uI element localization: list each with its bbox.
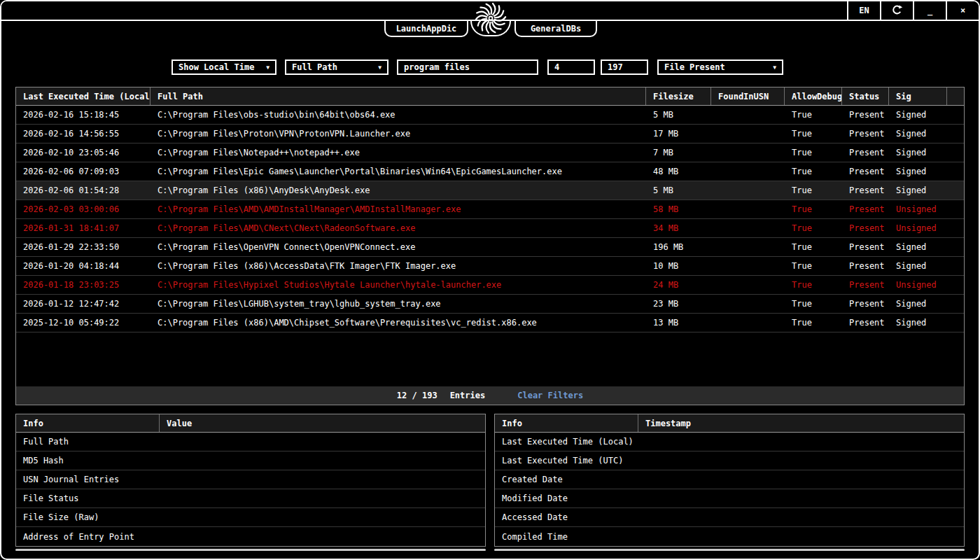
info-label: Created Date [495, 470, 638, 489]
col-filesize[interactable]: Filesize [646, 88, 711, 105]
range-to-input[interactable] [601, 59, 648, 75]
search-column-dropdown[interactable]: Full Path ▼ [285, 59, 388, 75]
refresh-icon [892, 4, 903, 18]
cell: Signed [889, 314, 947, 332]
table-row[interactable]: 2025-12-10 05:49:22C:\Program Files (x86… [16, 314, 964, 332]
horizontal-scrollbar[interactable] [15, 549, 486, 551]
cell: Unsigned [889, 276, 947, 294]
table-row[interactable]: 2026-02-06 01:54:28C:\Program Files (x86… [16, 181, 964, 200]
file-status-dropdown[interactable]: File Present ▼ [657, 59, 783, 75]
language-button[interactable]: EN [847, 1, 880, 20]
file-status-value: File Present [664, 62, 725, 72]
cell: True [785, 238, 842, 256]
search-input[interactable] [397, 59, 538, 75]
table-row[interactable]: 2026-01-31 18:41:07C:\Program Files\AMD\… [16, 219, 964, 238]
status-bar: 12 / 193 Entries Clear Filters [16, 386, 964, 405]
col-full-path[interactable]: Full Path [150, 88, 646, 105]
list-item[interactable]: File Size (Raw) [16, 508, 485, 527]
list-item[interactable]: File Status [16, 489, 485, 508]
chevron-down-icon: ▼ [260, 64, 270, 71]
cell: True [785, 219, 842, 237]
cell: True [785, 181, 842, 200]
list-item[interactable]: Last Executed Time (UTC) [495, 451, 964, 470]
tab-generaldbs[interactable]: GeneralDBs [514, 21, 597, 37]
list-item[interactable]: Last Executed Time (Local) [495, 433, 964, 451]
col-last-executed[interactable]: Last Executed Time (Local) [16, 88, 150, 105]
col-foundinusn[interactable]: FoundInUSN [711, 88, 785, 105]
cell: 48 MB [646, 162, 711, 181]
cell: True [785, 257, 842, 275]
info-label: File Status [16, 489, 160, 507]
table-row[interactable]: 2026-01-20 04:18:44C:\Program Files (x86… [16, 257, 964, 276]
cell: 2026-01-31 18:41:07 [16, 219, 150, 237]
col-allowdebug[interactable]: AllowDebug [785, 88, 842, 105]
info-label: Full Path [16, 433, 160, 451]
cell [947, 106, 964, 124]
cell [711, 144, 785, 162]
minimize-button[interactable]: _ [913, 1, 946, 20]
cell [711, 276, 785, 294]
cell: True [785, 162, 842, 181]
info-label: Modified Date [495, 489, 638, 507]
list-item[interactable]: MD5 Hash [16, 451, 485, 470]
table-row[interactable]: 2026-01-29 22:33:50C:\Program Files\Open… [16, 238, 964, 257]
cell: C:\Program Files (x86)\AccessData\FTK Im… [150, 257, 646, 275]
list-item[interactable]: Accessed Date [495, 508, 964, 527]
table-row[interactable]: 2026-02-03 03:00:06C:\Program Files\AMD\… [16, 200, 964, 219]
timestamps-header: Info Timestamp [495, 414, 964, 433]
table-row[interactable]: 2026-02-10 23:05:46C:\Program Files\Note… [16, 144, 964, 162]
info-label: USN Journal Entries [16, 470, 160, 489]
cell: 2026-02-03 03:00:06 [16, 200, 150, 218]
info-label: Last Executed Time (Local) [495, 433, 638, 451]
tab-launchappdic[interactable]: LaunchAppDic [384, 21, 468, 37]
cell: 2026-02-06 07:09:03 [16, 162, 150, 181]
cell [947, 219, 964, 237]
cell: Unsigned [889, 200, 947, 218]
table-row[interactable]: 2026-02-16 14:56:55C:\Program Files\Prot… [16, 125, 964, 144]
cell: C:\Program Files\Epic Games\Launcher\Por… [150, 162, 646, 181]
list-item[interactable]: Full Path [16, 433, 485, 451]
cell: C:\Program Files\obs-studio\bin\64bit\ob… [150, 106, 646, 124]
table-row[interactable]: 2026-01-12 12:47:42C:\Program Files\LGHU… [16, 295, 964, 314]
info-label: Last Executed Time (UTC) [495, 451, 638, 470]
cell: 2026-01-18 23:03:25 [16, 276, 150, 294]
cell [947, 276, 964, 294]
cell [947, 125, 964, 143]
list-item[interactable]: Created Date [495, 470, 964, 489]
list-item[interactable]: USN Journal Entries [16, 470, 485, 489]
cell: 7 MB [646, 144, 711, 162]
cell: 2025-12-10 05:49:22 [16, 314, 150, 332]
list-item[interactable]: Address of Entry Point [16, 527, 485, 546]
cell [947, 295, 964, 313]
cell [711, 106, 785, 124]
cell: 17 MB [646, 125, 711, 143]
list-item[interactable]: Compiled Time [495, 527, 964, 546]
cell: 58 MB [646, 200, 711, 218]
cell: Present [842, 276, 889, 294]
list-item[interactable]: Modified Date [495, 489, 964, 508]
cell [711, 162, 785, 181]
time-display-dropdown[interactable]: Show Local Time ▼ [172, 59, 276, 75]
cell [711, 219, 785, 237]
timestamps-body: Last Executed Time (Local)Last Executed … [495, 433, 964, 546]
app-window: EN _ × LaunchAppDic GeneralDBs Show Loca… [0, 0, 980, 560]
app-logo-spiral-icon [474, 1, 507, 35]
clear-filters-link[interactable]: Clear Filters [517, 391, 583, 400]
cell [711, 257, 785, 275]
table-row[interactable]: 2026-02-06 07:09:03C:\Program Files\Epic… [16, 162, 964, 181]
range-from-input[interactable] [547, 59, 595, 75]
table-row[interactable]: 2026-02-16 15:18:45C:\Program Files\obs-… [16, 106, 964, 125]
cell [947, 257, 964, 275]
table-body: 2026-02-16 15:18:45C:\Program Files\obs-… [16, 106, 964, 332]
close-button[interactable]: × [946, 1, 979, 20]
col-status[interactable]: Status [842, 88, 889, 105]
cell: 10 MB [646, 257, 711, 275]
entries-label: Entries [450, 391, 486, 400]
cell: Present [842, 219, 889, 237]
horizontal-scrollbar[interactable] [494, 549, 965, 551]
refresh-button[interactable] [880, 1, 913, 20]
table-row[interactable]: 2026-01-18 23:03:25C:\Program Files\Hypi… [16, 276, 964, 295]
col-sig[interactable]: Sig [889, 88, 947, 105]
cell: Present [842, 257, 889, 275]
cell: C:\Program Files (x86)\AnyDesk\AnyDesk.e… [150, 181, 646, 200]
